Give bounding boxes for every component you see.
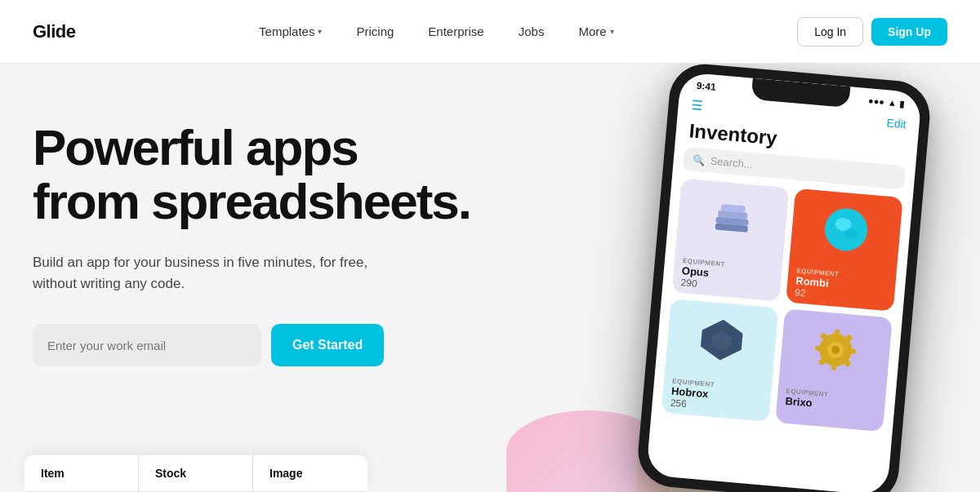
phone-grid: EQUIPMENT Opus 290 — [652, 178, 913, 433]
spreadsheet-preview: Item Stock Image — [24, 455, 368, 492]
svg-rect-13 — [815, 346, 823, 352]
hamburger-icon[interactable]: ☰ — [691, 97, 704, 113]
list-item[interactable]: EQUIPMENT Opus 290 — [672, 179, 790, 302]
nav-links: Templates ▾ Pricing Enterprise Jobs More… — [246, 18, 626, 45]
svg-rect-14 — [848, 348, 856, 354]
spreadsheet-header: Item Stock Image — [24, 455, 368, 492]
chevron-down-icon: ▾ — [610, 27, 614, 36]
list-item[interactable]: EQUIPMENT Rombi 92 — [786, 188, 903, 312]
battery-icon: ▮ — [899, 98, 905, 109]
nav-more[interactable]: More ▾ — [565, 18, 626, 45]
email-input[interactable] — [33, 324, 261, 366]
nav-jobs[interactable]: Jobs — [506, 18, 558, 45]
col-item: Item — [24, 455, 139, 491]
phone-mockup-container: 9:41 ●●● ▲ ▮ ☰ Edit Inventory 🔍 — [653, 72, 980, 492]
login-button[interactable]: Log In — [797, 17, 863, 47]
chevron-down-icon: ▾ — [318, 27, 322, 36]
phone-edit-button[interactable]: Edit — [886, 116, 906, 131]
item-info: EQUIPMENT Hobrox 256 — [662, 372, 773, 422]
phone-outer: 9:41 ●●● ▲ ▮ ☰ Edit Inventory 🔍 — [635, 64, 933, 492]
svg-rect-12 — [831, 361, 837, 370]
svg-rect-11 — [835, 330, 840, 338]
navbar: Glide Templates ▾ Pricing Enterprise Job… — [0, 0, 980, 64]
item-image — [779, 308, 893, 391]
nav-actions: Log In Sign Up — [797, 17, 947, 47]
nav-enterprise[interactable]: Enterprise — [415, 18, 497, 45]
wifi-icon: ▲ — [887, 97, 897, 108]
col-image: Image — [253, 455, 368, 491]
search-placeholder: Search... — [710, 155, 753, 171]
col-stock: Stock — [139, 455, 253, 491]
hero-subtext: Build an app for your business in five m… — [33, 252, 376, 295]
item-info: EQUIPMENT Opus 290 — [672, 251, 783, 301]
item-image — [675, 179, 789, 261]
get-started-button[interactable]: Get Started — [271, 324, 384, 366]
hero-section: Powerful apps from spreadsheets. Build a… — [0, 64, 980, 492]
item-image — [665, 299, 778, 381]
hero-headline: Powerful apps from spreadsheets. — [33, 121, 474, 229]
search-icon: 🔍 — [693, 153, 706, 166]
item-image — [789, 188, 902, 271]
phone-time: 9:41 — [696, 80, 716, 93]
signal-icon: ●●● — [868, 95, 885, 107]
hero-content: Powerful apps from spreadsheets. Build a… — [33, 113, 474, 492]
phone-inner: 9:41 ●●● ▲ ▮ ☰ Edit Inventory 🔍 — [646, 72, 922, 492]
list-item[interactable]: EQUIPMENT Brixo — [775, 308, 893, 432]
signup-button[interactable]: Sign Up — [871, 18, 947, 46]
nav-pricing[interactable]: Pricing — [343, 18, 407, 45]
item-info: EQUIPMENT Rombi 92 — [786, 261, 897, 311]
logo[interactable]: Glide — [33, 21, 76, 42]
list-item[interactable]: EQUIPMENT Hobrox 256 — [662, 299, 779, 422]
hero-cta: Get Started — [33, 324, 474, 366]
nav-templates[interactable]: Templates ▾ — [246, 18, 335, 45]
